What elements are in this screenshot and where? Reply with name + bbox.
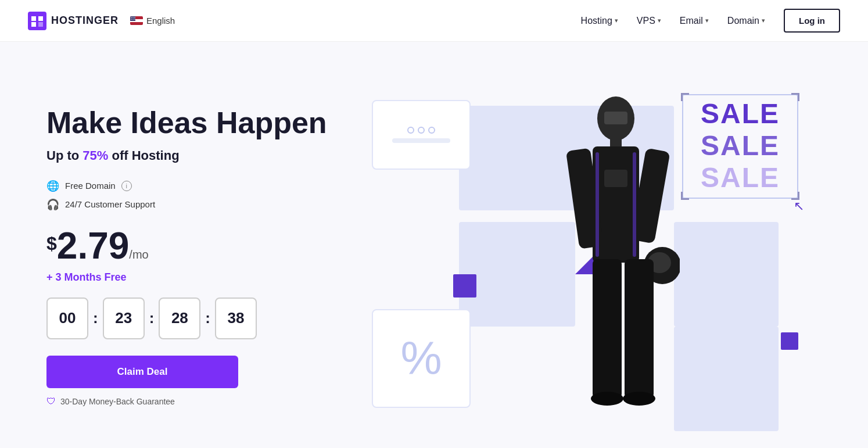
browser-line bbox=[392, 138, 450, 143]
sale-word-3: SALE bbox=[701, 163, 780, 193]
countdown-seconds: 28 bbox=[159, 298, 200, 339]
svg-rect-4 bbox=[130, 22, 143, 25]
chevron-down-icon: ▾ bbox=[615, 17, 618, 24]
svg-point-9 bbox=[131, 19, 132, 20]
sale-word-2: SALE bbox=[701, 131, 780, 162]
logo-icon bbox=[28, 12, 46, 30]
guarantee-text: 🛡 30-Day Money-Back Guarantee bbox=[46, 396, 337, 407]
browser-mockup bbox=[372, 100, 471, 170]
countdown-sep-1: : bbox=[93, 309, 98, 327]
headset-icon: 🎧 bbox=[46, 198, 59, 211]
nav-hosting[interactable]: Hosting ▾ bbox=[581, 16, 618, 26]
svg-point-11 bbox=[134, 19, 135, 20]
months-free-label: + 3 Months Free bbox=[46, 271, 337, 284]
svg-rect-21 bbox=[625, 259, 654, 399]
hero-content: Make Ideas Happen Up to 75% off Hosting … bbox=[46, 106, 337, 406]
deco-square-5 bbox=[674, 327, 779, 431]
cursor-icon: ↖ bbox=[794, 199, 804, 214]
countdown-sep-3: : bbox=[205, 309, 210, 327]
svg-point-23 bbox=[623, 392, 655, 406]
chevron-down-icon: ▾ bbox=[762, 17, 765, 24]
subtitle-prefix: Up to bbox=[46, 148, 83, 163]
browser-dot-3 bbox=[428, 127, 435, 134]
deco-square-dark-3 bbox=[781, 332, 798, 350]
currency-symbol: $ bbox=[46, 234, 57, 253]
svg-rect-5 bbox=[130, 16, 135, 21]
feature-support: 🎧 24/7 Customer Support bbox=[46, 198, 337, 211]
price-block: $2.79/mo bbox=[46, 227, 337, 264]
sale-corner-tl bbox=[681, 93, 689, 101]
svg-rect-13 bbox=[604, 112, 627, 124]
language-label: English bbox=[146, 16, 175, 26]
percent-card: % bbox=[372, 309, 471, 408]
feature-domain-label: Free Domain bbox=[65, 181, 116, 191]
price-period: /mo bbox=[129, 248, 148, 261]
sale-corner-tr bbox=[791, 93, 799, 101]
info-icon[interactable]: i bbox=[121, 181, 132, 191]
percent-symbol: % bbox=[400, 335, 442, 382]
svg-rect-24 bbox=[596, 152, 599, 257]
svg-point-10 bbox=[132, 19, 134, 20]
browser-dot-1 bbox=[407, 127, 414, 134]
flag-icon bbox=[130, 16, 143, 25]
browser-dot-2 bbox=[418, 127, 425, 134]
countdown-sep-2: : bbox=[149, 309, 155, 327]
nav-email[interactable]: Email ▾ bbox=[680, 16, 709, 26]
brand-name: HOSTINGER bbox=[51, 15, 119, 27]
countdown-timer: 00 : 23 : 28 : 38 bbox=[46, 298, 337, 339]
feature-support-label: 24/7 Customer Support bbox=[65, 199, 155, 209]
feature-domain: 🌐 Free Domain i bbox=[46, 180, 337, 192]
svg-rect-1 bbox=[38, 22, 43, 27]
price-amount: 2.79 bbox=[57, 225, 130, 267]
logo-link[interactable]: HOSTINGER bbox=[28, 12, 119, 30]
chevron-down-icon: ▾ bbox=[658, 17, 661, 24]
language-selector[interactable]: English bbox=[130, 16, 175, 26]
subtitle-highlight: 75% bbox=[83, 148, 108, 163]
hero-title: Make Ideas Happen bbox=[46, 106, 337, 139]
price-display: $2.79/mo bbox=[46, 225, 149, 267]
countdown-minutes: 23 bbox=[103, 298, 145, 339]
sale-card: SALE SALE SALE bbox=[682, 94, 798, 199]
svg-rect-26 bbox=[604, 170, 627, 187]
svg-rect-25 bbox=[633, 152, 636, 257]
features-list: 🌐 Free Domain i 🎧 24/7 Customer Support bbox=[46, 180, 337, 211]
svg-rect-0 bbox=[28, 12, 46, 30]
nav-vps[interactable]: VPS ▾ bbox=[637, 16, 661, 26]
svg-point-6 bbox=[131, 17, 132, 18]
hero-visual: % bbox=[360, 77, 822, 437]
sale-word-1: SALE bbox=[701, 99, 780, 130]
person-svg bbox=[552, 94, 680, 420]
nav-domain[interactable]: Domain ▾ bbox=[727, 16, 765, 26]
sale-corner-bl bbox=[681, 192, 689, 200]
countdown-hours: 00 bbox=[46, 298, 88, 339]
svg-point-8 bbox=[134, 17, 135, 18]
browser-dots bbox=[407, 127, 435, 134]
globe-icon: 🌐 bbox=[46, 180, 59, 192]
guarantee-label: 30-Day Money-Back Guarantee bbox=[60, 397, 175, 406]
svg-point-7 bbox=[132, 17, 134, 18]
nav-left: HOSTINGER English bbox=[28, 12, 175, 30]
deco-square-4 bbox=[674, 222, 779, 327]
subtitle-suffix: off Hosting bbox=[108, 148, 179, 163]
hero-subtitle: Up to 75% off Hosting bbox=[46, 148, 337, 163]
svg-rect-20 bbox=[593, 259, 622, 399]
shield-icon: 🛡 bbox=[46, 396, 56, 407]
nav-right: Hosting ▾ VPS ▾ Email ▾ Domain ▾ Log in bbox=[581, 9, 840, 33]
hero-section: Make Ideas Happen Up to 75% off Hosting … bbox=[0, 42, 868, 448]
navbar: HOSTINGER English Hosting ▾ VPS bbox=[0, 0, 868, 42]
hero-person bbox=[459, 88, 668, 437]
svg-point-22 bbox=[591, 392, 623, 406]
claim-deal-button[interactable]: Claim Deal bbox=[46, 356, 238, 388]
countdown-centiseconds: 38 bbox=[215, 298, 257, 339]
login-button[interactable]: Log in bbox=[784, 9, 840, 33]
chevron-down-icon: ▾ bbox=[705, 17, 709, 24]
